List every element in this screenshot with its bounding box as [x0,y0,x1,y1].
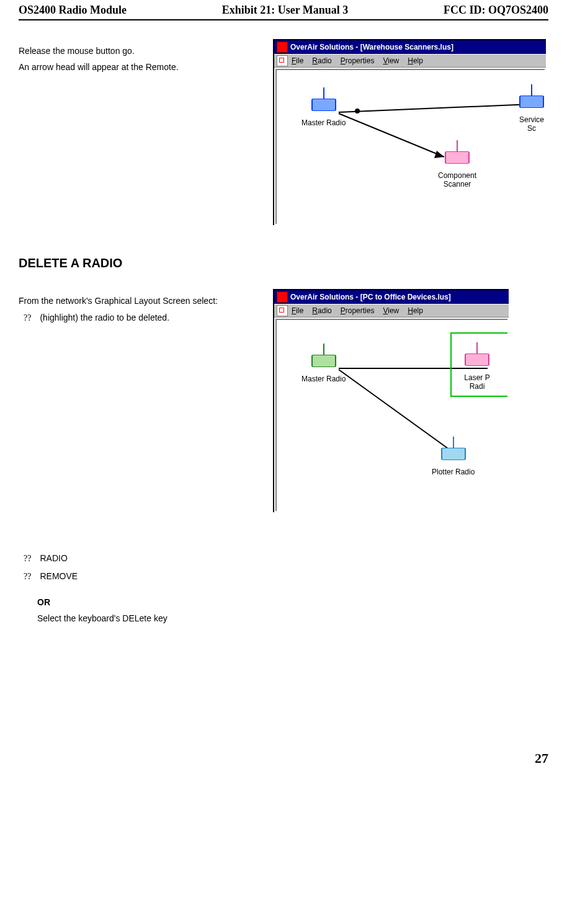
doc-icon [277,305,288,316]
node-service-scanner[interactable]: Service Sc [517,86,545,133]
doc-icon [277,55,288,66]
node-plotter-radio[interactable]: Plotter Radio [432,438,475,476]
menu-help-underline: H [408,306,413,315]
header-left: OS2400 Radio Module [19,4,127,17]
bullet-highlight: ??(highlight) the radio to be deleted. [24,309,261,327]
menu-radio[interactable]: Radio [312,306,331,315]
menu-view-underline: V [383,56,388,65]
header-right: FCC ID: OQ7OS2400 [444,4,548,17]
menu-view[interactable]: View [383,306,399,315]
node-label: Plotter Radio [432,468,475,476]
node-master-radio[interactable]: Master Radio [301,89,346,127]
menu-bar: File Radio Properties View Help [274,304,509,318]
radio-icon [439,438,468,466]
bullet-text: REMOVE [40,571,78,581]
menu-help[interactable]: Help [408,306,423,315]
bullet-text: RADIO [40,553,67,563]
window-title: OverAir Solutions - [PC to Office Device… [290,293,451,301]
page-header: OS2400 Radio Module Exhibit 21: User Man… [19,4,548,19]
menu-help-underline: H [408,56,413,65]
svg-line-3 [339,113,444,157]
menu-properties-underline: P [341,306,346,315]
bullet-text: (highlight) the radio to be deleted. [40,313,169,322]
instruction-line: An arrow head will appear at the Remote. [19,59,261,75]
svg-line-0 [339,104,531,112]
node-component-scanner[interactable]: Component Scanner [438,141,476,189]
node-label: Master Radio [301,375,346,383]
node-label: Component Scanner [438,171,476,189]
radio-icon [310,89,338,117]
menu-radio[interactable]: Radio [312,56,331,65]
menu-properties[interactable]: Properties [341,56,375,65]
or-block: OR Select the keyboard's DELete key [37,594,548,626]
diagram-canvas: Master Radio Laser P Radi Plotter Radio [275,319,507,511]
menu-file-underline: F [292,56,296,65]
or-instruction: Select the keyboard's DELete key [37,610,548,626]
svg-point-1 [355,109,360,113]
menu-file[interactable]: File [292,306,303,315]
menu-bar: File Radio Properties View Help [274,54,546,68]
menu-view[interactable]: View [383,56,399,65]
instruction-line: From the network's Graphical Layout Scre… [19,293,261,309]
instruction-line: Release the mouse button go. [19,43,261,59]
window-title: OverAir Solutions - [Warehouse Scanners.… [290,43,453,51]
node-master-radio[interactable]: Master Radio [301,345,346,383]
node-label: Master Radio [301,118,346,127]
bullet-radio: ??RADIO [24,549,548,567]
screenshot-warehouse-scanners: OverAir Solutions - [Warehouse Scanners.… [273,39,546,225]
bullet-marker: ?? [24,313,31,322]
menu-file[interactable]: File [292,56,303,65]
bullet-marker: ?? [24,554,31,563]
menu-help[interactable]: Help [408,56,423,65]
window-title-bar: OverAir Solutions - [PC to Office Device… [274,290,509,304]
menu-view-underline: V [383,306,388,315]
node-label: Service Sc [517,115,545,133]
menu-properties-underline: P [341,56,346,65]
header-separator [19,19,548,20]
heading-delete-radio: DELETE A RADIO [19,256,548,270]
menu-properties[interactable]: Properties [341,306,375,315]
header-center: Exhibit 21: User Manual 3 [222,4,349,17]
node-laser-printer-radio[interactable]: Laser P Radi [463,344,491,391]
menu-radio-underline: R [312,306,318,315]
radio-icon [463,344,491,372]
diagram-canvas: Master Radio Component Scanner Service S… [275,69,545,224]
radio-icon [517,86,545,114]
menu-file-underline: F [292,306,296,315]
app-icon [277,42,288,53]
app-icon [277,291,288,303]
window-title-bar: OverAir Solutions - [Warehouse Scanners.… [274,40,546,54]
bullet-remove: ??REMOVE [24,567,548,585]
screenshot-pc-office-devices: OverAir Solutions - [PC to Office Device… [273,289,509,512]
or-label: OR [37,594,548,610]
bullet-marker: ?? [24,572,31,581]
menu-radio-underline: R [312,56,318,65]
page-number: 27 [19,750,548,766]
node-label: Laser P Radi [463,373,491,391]
radio-icon [443,141,471,170]
radio-icon [310,345,338,373]
